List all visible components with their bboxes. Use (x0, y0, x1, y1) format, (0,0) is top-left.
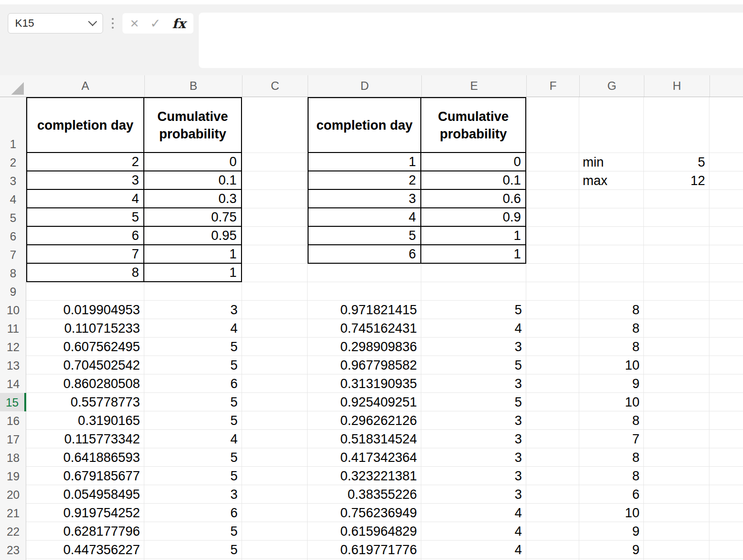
cell-G16[interactable]: 8 (579, 411, 644, 430)
cell-G10[interactable]: 8 (579, 301, 644, 319)
cell-G18[interactable]: 8 (579, 448, 644, 467)
cell-E3[interactable]: 0.1 (421, 171, 526, 190)
row-header-19[interactable]: 19 (0, 467, 26, 485)
cell-E6[interactable]: 1 (421, 227, 526, 245)
cell-D15[interactable]: 0.925409251 (308, 393, 421, 411)
cell-B22[interactable]: 5 (144, 522, 242, 541)
row-header-16[interactable]: 16 (0, 411, 26, 430)
column-header-B[interactable]: B (144, 75, 242, 97)
cell-D3[interactable]: 2 (308, 171, 421, 190)
column-header-A[interactable]: A (26, 75, 144, 97)
cell-D14[interactable]: 0.313190935 (308, 374, 421, 393)
cell-B19[interactable]: 5 (144, 467, 242, 485)
cell-D19[interactable]: 0.323221381 (308, 467, 421, 485)
cell-D20[interactable]: 0.38355226 (308, 485, 421, 504)
cell-B20[interactable]: 3 (144, 485, 242, 504)
cell-G22[interactable]: 9 (579, 522, 644, 541)
cell-B2[interactable]: 0 (144, 153, 242, 171)
column-header-F[interactable]: F (526, 75, 579, 97)
cell-B5[interactable]: 0.75 (144, 208, 242, 227)
cell-G2[interactable]: min (579, 153, 644, 171)
cell-E4[interactable]: 0.6 (421, 190, 526, 208)
cell-D6[interactable]: 5 (308, 227, 421, 245)
row-header-5[interactable]: 5 (0, 208, 26, 227)
cell-E15[interactable]: 5 (421, 393, 526, 411)
row-header-1[interactable]: 1 (0, 97, 26, 153)
insert-function-icon[interactable]: fx (172, 17, 186, 30)
cell-B16[interactable]: 5 (144, 411, 242, 430)
cell-B18[interactable]: 5 (144, 448, 242, 467)
cell-E16[interactable]: 3 (421, 411, 526, 430)
cell-D10[interactable]: 0.971821415 (308, 301, 421, 319)
cell-G14[interactable]: 9 (579, 374, 644, 393)
cell-A1[interactable]: completion day (26, 97, 144, 153)
cell-A8[interactable]: 8 (26, 264, 144, 282)
cell-D4[interactable]: 3 (308, 190, 421, 208)
cell-E23[interactable]: 4 (421, 541, 526, 559)
column-header-G[interactable]: G (579, 75, 644, 97)
column-header-partial[interactable] (709, 75, 743, 97)
commit-icon[interactable]: ✓ (150, 17, 161, 30)
cell-A13[interactable]: 0.704502542 (26, 356, 144, 374)
cell-A6[interactable]: 6 (26, 227, 144, 245)
cell-A15[interactable]: 0.55778773 (26, 393, 144, 411)
cell-E11[interactable]: 4 (421, 319, 526, 338)
cell-D17[interactable]: 0.518314524 (308, 430, 421, 448)
row-header-9[interactable]: 9 (0, 282, 26, 301)
cell-G3[interactable]: max (579, 171, 644, 190)
cell-B7[interactable]: 1 (144, 245, 242, 264)
column-header-E[interactable]: E (421, 75, 526, 97)
cell-G23[interactable]: 9 (579, 541, 644, 559)
name-box[interactable]: K15 (8, 13, 103, 34)
cell-A7[interactable]: 7 (26, 245, 144, 264)
cell-D21[interactable]: 0.756236949 (308, 504, 421, 522)
row-header-22[interactable]: 22 (0, 522, 26, 541)
cell-D7[interactable]: 6 (308, 245, 421, 264)
cell-H2[interactable]: 5 (644, 153, 709, 171)
cell-E10[interactable]: 5 (421, 301, 526, 319)
cell-B3[interactable]: 0.1 (144, 171, 242, 190)
row-header-13[interactable]: 13 (0, 356, 26, 374)
cell-G21[interactable]: 10 (579, 504, 644, 522)
column-header-C[interactable]: C (242, 75, 308, 97)
cell-E13[interactable]: 5 (421, 356, 526, 374)
cell-B14[interactable]: 6 (144, 374, 242, 393)
more-options-icon[interactable] (112, 18, 114, 29)
formula-bar-input[interactable] (199, 13, 743, 68)
cell-B17[interactable]: 4 (144, 430, 242, 448)
cell-G19[interactable]: 8 (579, 467, 644, 485)
row-header-8[interactable]: 8 (0, 264, 26, 282)
column-header-H[interactable]: H (644, 75, 709, 97)
row-header-11[interactable]: 11 (0, 319, 26, 338)
chevron-down-icon[interactable] (88, 17, 97, 26)
cell-G13[interactable]: 10 (579, 356, 644, 374)
cell-A11[interactable]: 0.110715233 (26, 319, 144, 338)
select-all-corner[interactable] (0, 75, 26, 97)
cell-G11[interactable]: 8 (579, 319, 644, 338)
row-header-23[interactable]: 23 (0, 541, 26, 559)
cell-E12[interactable]: 3 (421, 338, 526, 356)
cell-B12[interactable]: 5 (144, 338, 242, 356)
row-header-3[interactable]: 3 (0, 171, 26, 190)
cell-D22[interactable]: 0.615964829 (308, 522, 421, 541)
cell-B6[interactable]: 0.95 (144, 227, 242, 245)
row-header-10[interactable]: 10 (0, 301, 26, 319)
row-header-2[interactable]: 2 (0, 153, 26, 171)
column-header-D[interactable]: D (308, 75, 421, 97)
cell-B15[interactable]: 5 (144, 393, 242, 411)
cell-B8[interactable]: 1 (144, 264, 242, 282)
cell-A4[interactable]: 4 (26, 190, 144, 208)
cell-B11[interactable]: 4 (144, 319, 242, 338)
cell-B10[interactable]: 3 (144, 301, 242, 319)
cell-D23[interactable]: 0.619771776 (308, 541, 421, 559)
cell-E14[interactable]: 3 (421, 374, 526, 393)
row-header-20[interactable]: 20 (0, 485, 26, 504)
cell-A5[interactable]: 5 (26, 208, 144, 227)
cell-E7[interactable]: 1 (421, 245, 526, 264)
cell-D18[interactable]: 0.417342364 (308, 448, 421, 467)
cell-A20[interactable]: 0.054958495 (26, 485, 144, 504)
row-header-7[interactable]: 7 (0, 245, 26, 264)
cell-A12[interactable]: 0.607562495 (26, 338, 144, 356)
cell-E20[interactable]: 3 (421, 485, 526, 504)
cell-E22[interactable]: 4 (421, 522, 526, 541)
